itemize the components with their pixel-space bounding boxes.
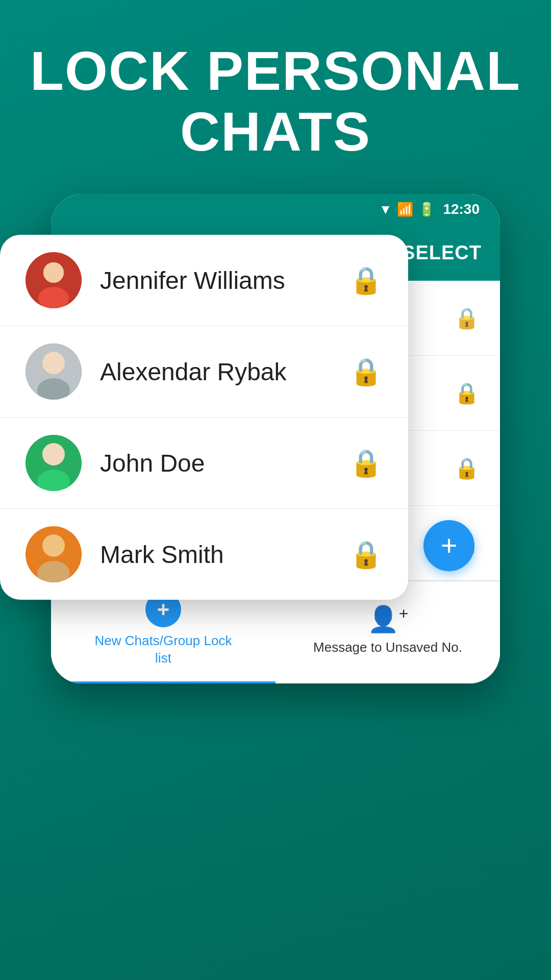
battery-icon: 🔋 bbox=[418, 202, 435, 217]
lock-icon: 🔒 bbox=[454, 381, 480, 405]
new-chats-label: New Chats/Group Locklist bbox=[95, 632, 232, 667]
list-item[interactable]: Mark Smith 🔒 bbox=[0, 509, 408, 600]
hero-title: LOCK PERSONAL CHATS bbox=[0, 0, 551, 162]
status-time: 12:30 bbox=[443, 201, 480, 217]
contact-name: Jennifer Williams bbox=[100, 266, 349, 295]
lock-icon: 🔒 bbox=[454, 306, 480, 330]
svg-point-5 bbox=[42, 352, 65, 374]
message-unsaved-label: Message to Unsaved No. bbox=[313, 639, 462, 656]
svg-point-2 bbox=[38, 287, 69, 308]
fab-button[interactable]: + bbox=[423, 520, 474, 571]
svg-point-3 bbox=[43, 262, 64, 283]
list-item[interactable]: John Doe 🔒 bbox=[0, 418, 408, 509]
lock-icon: 🔒 bbox=[349, 539, 383, 570]
svg-point-8 bbox=[42, 443, 65, 465]
wifi-icon: ▼ bbox=[379, 202, 392, 217]
status-bar: ▼ 📶 🔋 12:30 bbox=[51, 194, 500, 225]
contact-name: John Doe bbox=[100, 449, 349, 477]
svg-point-11 bbox=[42, 534, 65, 557]
message-unsaved-icon: 👤+ bbox=[367, 604, 409, 634]
list-item[interactable]: Alexendar Rybak 🔒 bbox=[0, 326, 408, 418]
lock-icon: 🔒 bbox=[349, 448, 383, 479]
avatar bbox=[26, 526, 82, 582]
status-icons: ▼ 📶 🔋 bbox=[379, 202, 435, 217]
floating-card: Jennifer Williams 🔒 Alexendar Rybak 🔒 Jo… bbox=[0, 235, 408, 600]
avatar bbox=[26, 344, 82, 400]
list-item[interactable]: Jennifer Williams 🔒 bbox=[0, 235, 408, 326]
contact-name: Mark Smith bbox=[100, 541, 349, 569]
select-button[interactable]: SELECT bbox=[402, 242, 482, 264]
contact-name: Alexendar Rybak bbox=[100, 358, 349, 386]
lock-icon: 🔒 bbox=[349, 265, 383, 296]
avatar bbox=[26, 435, 82, 491]
signal-icon: 📶 bbox=[397, 202, 413, 217]
lock-icon: 🔒 bbox=[454, 456, 480, 480]
lock-icon: 🔒 bbox=[349, 356, 383, 387]
avatar bbox=[26, 252, 82, 308]
